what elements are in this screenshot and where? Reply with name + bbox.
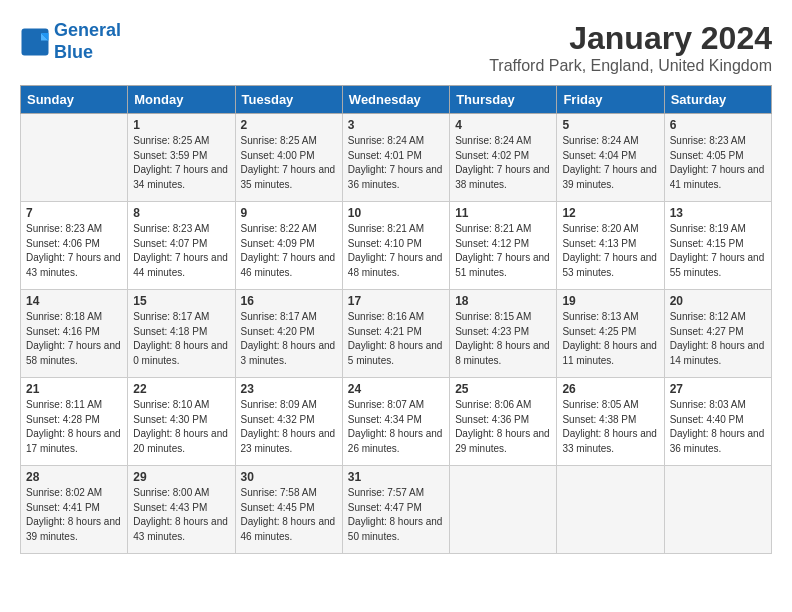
week-row-0: 1 Sunrise: 8:25 AMSunset: 3:59 PMDayligh… bbox=[21, 114, 772, 202]
day-info: Sunrise: 8:00 AMSunset: 4:43 PMDaylight:… bbox=[133, 486, 229, 544]
cell-w2-d4: 18 Sunrise: 8:15 AMSunset: 4:23 PMDaylig… bbox=[450, 290, 557, 378]
header-saturday: Saturday bbox=[664, 86, 771, 114]
cell-w4-d1: 29 Sunrise: 8:00 AMSunset: 4:43 PMDaylig… bbox=[128, 466, 235, 554]
day-info: Sunrise: 8:12 AMSunset: 4:27 PMDaylight:… bbox=[670, 310, 766, 368]
day-info: Sunrise: 8:09 AMSunset: 4:32 PMDaylight:… bbox=[241, 398, 337, 456]
day-number: 20 bbox=[670, 294, 766, 308]
cell-w3-d0: 21 Sunrise: 8:11 AMSunset: 4:28 PMDaylig… bbox=[21, 378, 128, 466]
day-number: 9 bbox=[241, 206, 337, 220]
cell-w4-d2: 30 Sunrise: 7:58 AMSunset: 4:45 PMDaylig… bbox=[235, 466, 342, 554]
cell-w1-d4: 11 Sunrise: 8:21 AMSunset: 4:12 PMDaylig… bbox=[450, 202, 557, 290]
day-number: 31 bbox=[348, 470, 444, 484]
day-info: Sunrise: 8:24 AMSunset: 4:04 PMDaylight:… bbox=[562, 134, 658, 192]
cell-w2-d0: 14 Sunrise: 8:18 AMSunset: 4:16 PMDaylig… bbox=[21, 290, 128, 378]
cell-w1-d5: 12 Sunrise: 8:20 AMSunset: 4:13 PMDaylig… bbox=[557, 202, 664, 290]
cell-w4-d6 bbox=[664, 466, 771, 554]
day-number: 24 bbox=[348, 382, 444, 396]
cell-w3-d3: 24 Sunrise: 8:07 AMSunset: 4:34 PMDaylig… bbox=[342, 378, 449, 466]
day-info: Sunrise: 8:22 AMSunset: 4:09 PMDaylight:… bbox=[241, 222, 337, 280]
cell-w2-d5: 19 Sunrise: 8:13 AMSunset: 4:25 PMDaylig… bbox=[557, 290, 664, 378]
day-number: 26 bbox=[562, 382, 658, 396]
header-monday: Monday bbox=[128, 86, 235, 114]
cell-w0-d5: 5 Sunrise: 8:24 AMSunset: 4:04 PMDayligh… bbox=[557, 114, 664, 202]
day-number: 30 bbox=[241, 470, 337, 484]
day-info: Sunrise: 8:23 AMSunset: 4:05 PMDaylight:… bbox=[670, 134, 766, 192]
cell-w1-d2: 9 Sunrise: 8:22 AMSunset: 4:09 PMDayligh… bbox=[235, 202, 342, 290]
week-row-4: 28 Sunrise: 8:02 AMSunset: 4:41 PMDaylig… bbox=[21, 466, 772, 554]
day-number: 12 bbox=[562, 206, 658, 220]
day-number: 14 bbox=[26, 294, 122, 308]
page-header: General Blue January 2024 Trafford Park,… bbox=[20, 20, 772, 75]
cell-w0-d2: 2 Sunrise: 8:25 AMSunset: 4:00 PMDayligh… bbox=[235, 114, 342, 202]
header-row: Sunday Monday Tuesday Wednesday Thursday… bbox=[21, 86, 772, 114]
cell-w2-d2: 16 Sunrise: 8:17 AMSunset: 4:20 PMDaylig… bbox=[235, 290, 342, 378]
svg-rect-0 bbox=[22, 28, 49, 55]
cell-w2-d1: 15 Sunrise: 8:17 AMSunset: 4:18 PMDaylig… bbox=[128, 290, 235, 378]
calendar-title: January 2024 bbox=[489, 20, 772, 57]
calendar-table: Sunday Monday Tuesday Wednesday Thursday… bbox=[20, 85, 772, 554]
day-info: Sunrise: 7:57 AMSunset: 4:47 PMDaylight:… bbox=[348, 486, 444, 544]
header-tuesday: Tuesday bbox=[235, 86, 342, 114]
week-row-3: 21 Sunrise: 8:11 AMSunset: 4:28 PMDaylig… bbox=[21, 378, 772, 466]
header-thursday: Thursday bbox=[450, 86, 557, 114]
day-info: Sunrise: 8:13 AMSunset: 4:25 PMDaylight:… bbox=[562, 310, 658, 368]
day-info: Sunrise: 8:11 AMSunset: 4:28 PMDaylight:… bbox=[26, 398, 122, 456]
day-info: Sunrise: 8:23 AMSunset: 4:07 PMDaylight:… bbox=[133, 222, 229, 280]
calendar-subtitle: Trafford Park, England, United Kingdom bbox=[489, 57, 772, 75]
day-number: 5 bbox=[562, 118, 658, 132]
day-info: Sunrise: 8:21 AMSunset: 4:10 PMDaylight:… bbox=[348, 222, 444, 280]
day-number: 15 bbox=[133, 294, 229, 308]
cell-w4-d3: 31 Sunrise: 7:57 AMSunset: 4:47 PMDaylig… bbox=[342, 466, 449, 554]
day-info: Sunrise: 8:25 AMSunset: 4:00 PMDaylight:… bbox=[241, 134, 337, 192]
logo-text: General Blue bbox=[54, 20, 121, 63]
logo-icon bbox=[20, 27, 50, 57]
day-info: Sunrise: 8:25 AMSunset: 3:59 PMDaylight:… bbox=[133, 134, 229, 192]
week-row-1: 7 Sunrise: 8:23 AMSunset: 4:06 PMDayligh… bbox=[21, 202, 772, 290]
day-number: 19 bbox=[562, 294, 658, 308]
cell-w2-d3: 17 Sunrise: 8:16 AMSunset: 4:21 PMDaylig… bbox=[342, 290, 449, 378]
day-number: 18 bbox=[455, 294, 551, 308]
logo-line1: General bbox=[54, 20, 121, 40]
day-info: Sunrise: 8:21 AMSunset: 4:12 PMDaylight:… bbox=[455, 222, 551, 280]
cell-w1-d0: 7 Sunrise: 8:23 AMSunset: 4:06 PMDayligh… bbox=[21, 202, 128, 290]
week-row-2: 14 Sunrise: 8:18 AMSunset: 4:16 PMDaylig… bbox=[21, 290, 772, 378]
cell-w4-d4 bbox=[450, 466, 557, 554]
day-number: 11 bbox=[455, 206, 551, 220]
day-number: 3 bbox=[348, 118, 444, 132]
cell-w3-d1: 22 Sunrise: 8:10 AMSunset: 4:30 PMDaylig… bbox=[128, 378, 235, 466]
day-info: Sunrise: 8:19 AMSunset: 4:15 PMDaylight:… bbox=[670, 222, 766, 280]
day-info: Sunrise: 8:17 AMSunset: 4:18 PMDaylight:… bbox=[133, 310, 229, 368]
day-info: Sunrise: 8:05 AMSunset: 4:38 PMDaylight:… bbox=[562, 398, 658, 456]
day-info: Sunrise: 8:02 AMSunset: 4:41 PMDaylight:… bbox=[26, 486, 122, 544]
cell-w0-d3: 3 Sunrise: 8:24 AMSunset: 4:01 PMDayligh… bbox=[342, 114, 449, 202]
cell-w3-d6: 27 Sunrise: 8:03 AMSunset: 4:40 PMDaylig… bbox=[664, 378, 771, 466]
cell-w2-d6: 20 Sunrise: 8:12 AMSunset: 4:27 PMDaylig… bbox=[664, 290, 771, 378]
cell-w3-d2: 23 Sunrise: 8:09 AMSunset: 4:32 PMDaylig… bbox=[235, 378, 342, 466]
day-info: Sunrise: 8:10 AMSunset: 4:30 PMDaylight:… bbox=[133, 398, 229, 456]
day-number: 2 bbox=[241, 118, 337, 132]
day-number: 1 bbox=[133, 118, 229, 132]
header-sunday: Sunday bbox=[21, 86, 128, 114]
day-info: Sunrise: 8:07 AMSunset: 4:34 PMDaylight:… bbox=[348, 398, 444, 456]
cell-w4-d5 bbox=[557, 466, 664, 554]
header-wednesday: Wednesday bbox=[342, 86, 449, 114]
day-number: 16 bbox=[241, 294, 337, 308]
day-number: 7 bbox=[26, 206, 122, 220]
header-friday: Friday bbox=[557, 86, 664, 114]
cell-w3-d4: 25 Sunrise: 8:06 AMSunset: 4:36 PMDaylig… bbox=[450, 378, 557, 466]
day-info: Sunrise: 8:17 AMSunset: 4:20 PMDaylight:… bbox=[241, 310, 337, 368]
calendar-header: Sunday Monday Tuesday Wednesday Thursday… bbox=[21, 86, 772, 114]
cell-w0-d4: 4 Sunrise: 8:24 AMSunset: 4:02 PMDayligh… bbox=[450, 114, 557, 202]
day-number: 28 bbox=[26, 470, 122, 484]
calendar-body: 1 Sunrise: 8:25 AMSunset: 3:59 PMDayligh… bbox=[21, 114, 772, 554]
day-number: 29 bbox=[133, 470, 229, 484]
cell-w4-d0: 28 Sunrise: 8:02 AMSunset: 4:41 PMDaylig… bbox=[21, 466, 128, 554]
day-info: Sunrise: 8:03 AMSunset: 4:40 PMDaylight:… bbox=[670, 398, 766, 456]
day-info: Sunrise: 8:15 AMSunset: 4:23 PMDaylight:… bbox=[455, 310, 551, 368]
logo-line2: Blue bbox=[54, 42, 93, 62]
day-info: Sunrise: 8:24 AMSunset: 4:02 PMDaylight:… bbox=[455, 134, 551, 192]
day-number: 6 bbox=[670, 118, 766, 132]
day-info: Sunrise: 8:16 AMSunset: 4:21 PMDaylight:… bbox=[348, 310, 444, 368]
day-info: Sunrise: 8:23 AMSunset: 4:06 PMDaylight:… bbox=[26, 222, 122, 280]
logo: General Blue bbox=[20, 20, 121, 63]
